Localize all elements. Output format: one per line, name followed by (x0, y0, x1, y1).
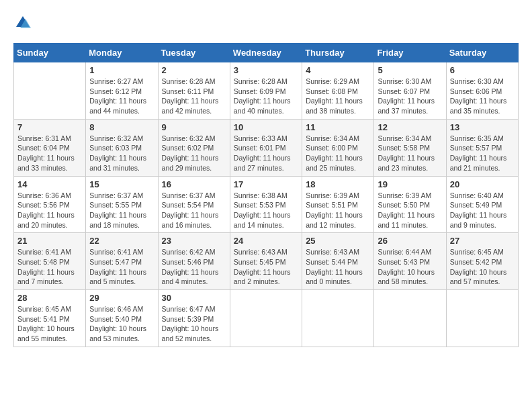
calendar-cell: 18Sunrise: 6:39 AM Sunset: 5:51 PM Dayli… (302, 176, 374, 233)
calendar-cell (14, 62, 86, 120)
day-info: Sunrise: 6:35 AM Sunset: 5:57 PM Dayligh… (450, 134, 515, 173)
day-number: 21 (17, 236, 82, 246)
day-info: Sunrise: 6:44 AM Sunset: 5:43 PM Dayligh… (378, 247, 442, 287)
day-info: Sunrise: 6:41 AM Sunset: 5:47 PM Dayligh… (89, 247, 154, 287)
calendar-cell: 24Sunrise: 6:43 AM Sunset: 5:45 PM Dayli… (230, 233, 302, 290)
day-number: 4 (306, 65, 370, 75)
calendar-cell: 13Sunrise: 6:35 AM Sunset: 5:57 PM Dayli… (446, 119, 518, 176)
day-info: Sunrise: 6:37 AM Sunset: 5:54 PM Dayligh… (162, 191, 226, 230)
day-number: 6 (450, 65, 515, 75)
day-number: 29 (89, 293, 154, 303)
calendar-cell: 19Sunrise: 6:39 AM Sunset: 5:50 PM Dayli… (374, 176, 446, 233)
day-number: 20 (450, 179, 515, 189)
day-info: Sunrise: 6:31 AM Sunset: 6:04 PM Dayligh… (17, 134, 82, 173)
day-number: 23 (162, 236, 226, 246)
logo-icon (13, 13, 32, 32)
day-number: 14 (17, 179, 82, 189)
day-info: Sunrise: 6:32 AM Sunset: 6:03 PM Dayligh… (89, 134, 154, 173)
day-number: 28 (17, 293, 82, 303)
column-header-tuesday: Tuesday (158, 44, 230, 62)
day-number: 17 (234, 179, 298, 189)
column-header-wednesday: Wednesday (230, 44, 302, 62)
calendar-cell: 4Sunrise: 6:29 AM Sunset: 6:08 PM Daylig… (302, 62, 374, 120)
day-info: Sunrise: 6:34 AM Sunset: 5:58 PM Dayligh… (378, 134, 442, 173)
day-number: 15 (89, 179, 154, 189)
calendar-cell: 25Sunrise: 6:43 AM Sunset: 5:44 PM Dayli… (302, 233, 374, 290)
calendar-cell: 21Sunrise: 6:41 AM Sunset: 5:48 PM Dayli… (14, 233, 86, 290)
day-info: Sunrise: 6:46 AM Sunset: 5:40 PM Dayligh… (89, 304, 154, 344)
day-info: Sunrise: 6:41 AM Sunset: 5:48 PM Dayligh… (17, 247, 82, 287)
day-info: Sunrise: 6:45 AM Sunset: 5:42 PM Dayligh… (450, 247, 515, 287)
calendar-cell: 23Sunrise: 6:42 AM Sunset: 5:46 PM Dayli… (158, 233, 230, 290)
day-number: 2 (162, 65, 226, 75)
day-info: Sunrise: 6:30 AM Sunset: 6:07 PM Dayligh… (378, 77, 442, 116)
day-number: 16 (162, 179, 226, 189)
week-row-1: 1Sunrise: 6:27 AM Sunset: 6:12 PM Daylig… (14, 62, 519, 120)
day-number: 27 (450, 236, 515, 246)
calendar-cell (230, 290, 302, 347)
calendar-cell: 11Sunrise: 6:34 AM Sunset: 6:00 PM Dayli… (302, 119, 374, 176)
day-info: Sunrise: 6:27 AM Sunset: 6:12 PM Dayligh… (89, 77, 154, 116)
day-info: Sunrise: 6:37 AM Sunset: 5:55 PM Dayligh… (89, 191, 154, 230)
column-header-friday: Friday (374, 44, 446, 62)
day-number: 7 (17, 122, 82, 132)
calendar-cell: 30Sunrise: 6:47 AM Sunset: 5:39 PM Dayli… (158, 290, 230, 347)
day-info: Sunrise: 6:39 AM Sunset: 5:50 PM Dayligh… (378, 191, 442, 230)
week-row-5: 28Sunrise: 6:45 AM Sunset: 5:41 PM Dayli… (14, 290, 519, 347)
day-info: Sunrise: 6:32 AM Sunset: 6:02 PM Dayligh… (162, 134, 226, 173)
day-info: Sunrise: 6:39 AM Sunset: 5:51 PM Dayligh… (306, 191, 370, 230)
calendar-cell: 15Sunrise: 6:37 AM Sunset: 5:55 PM Dayli… (86, 176, 158, 233)
calendar-cell: 1Sunrise: 6:27 AM Sunset: 6:12 PM Daylig… (86, 62, 158, 120)
day-number: 11 (306, 122, 370, 132)
column-header-sunday: Sunday (14, 44, 86, 62)
day-number: 25 (306, 236, 370, 246)
day-info: Sunrise: 6:47 AM Sunset: 5:39 PM Dayligh… (162, 304, 226, 344)
calendar-cell: 6Sunrise: 6:30 AM Sunset: 6:06 PM Daylig… (446, 62, 518, 120)
page-header (13, 13, 519, 32)
logo (13, 13, 34, 32)
day-number: 22 (89, 236, 154, 246)
day-info: Sunrise: 6:28 AM Sunset: 6:11 PM Dayligh… (162, 77, 226, 116)
day-info: Sunrise: 6:43 AM Sunset: 5:44 PM Dayligh… (306, 247, 370, 287)
day-number: 13 (450, 122, 515, 132)
day-number: 5 (378, 65, 442, 75)
calendar-cell: 7Sunrise: 6:31 AM Sunset: 6:04 PM Daylig… (14, 119, 86, 176)
day-info: Sunrise: 6:33 AM Sunset: 6:01 PM Dayligh… (234, 134, 298, 173)
day-number: 1 (89, 65, 154, 75)
calendar-cell: 8Sunrise: 6:32 AM Sunset: 6:03 PM Daylig… (86, 119, 158, 176)
week-row-2: 7Sunrise: 6:31 AM Sunset: 6:04 PM Daylig… (14, 119, 519, 176)
calendar-cell: 26Sunrise: 6:44 AM Sunset: 5:43 PM Dayli… (374, 233, 446, 290)
calendar-cell: 2Sunrise: 6:28 AM Sunset: 6:11 PM Daylig… (158, 62, 230, 120)
day-info: Sunrise: 6:30 AM Sunset: 6:06 PM Dayligh… (450, 77, 515, 116)
calendar-cell (374, 290, 446, 347)
day-number: 30 (162, 293, 226, 303)
calendar-cell: 5Sunrise: 6:30 AM Sunset: 6:07 PM Daylig… (374, 62, 446, 120)
calendar-cell: 10Sunrise: 6:33 AM Sunset: 6:01 PM Dayli… (230, 119, 302, 176)
calendar-cell: 22Sunrise: 6:41 AM Sunset: 5:47 PM Dayli… (86, 233, 158, 290)
day-info: Sunrise: 6:29 AM Sunset: 6:08 PM Dayligh… (306, 77, 370, 116)
day-number: 26 (378, 236, 442, 246)
day-number: 19 (378, 179, 442, 189)
day-info: Sunrise: 6:42 AM Sunset: 5:46 PM Dayligh… (162, 247, 226, 287)
calendar-table: SundayMondayTuesdayWednesdayThursdayFrid… (13, 43, 519, 347)
calendar-cell: 28Sunrise: 6:45 AM Sunset: 5:41 PM Dayli… (14, 290, 86, 347)
day-info: Sunrise: 6:45 AM Sunset: 5:41 PM Dayligh… (17, 304, 82, 344)
week-row-4: 21Sunrise: 6:41 AM Sunset: 5:48 PM Dayli… (14, 233, 519, 290)
column-header-monday: Monday (86, 44, 158, 62)
column-header-thursday: Thursday (302, 44, 374, 62)
calendar-cell: 27Sunrise: 6:45 AM Sunset: 5:42 PM Dayli… (446, 233, 518, 290)
calendar-cell: 29Sunrise: 6:46 AM Sunset: 5:40 PM Dayli… (86, 290, 158, 347)
calendar-cell: 17Sunrise: 6:38 AM Sunset: 5:53 PM Dayli… (230, 176, 302, 233)
day-number: 9 (162, 122, 226, 132)
day-number: 8 (89, 122, 154, 132)
day-info: Sunrise: 6:43 AM Sunset: 5:45 PM Dayligh… (234, 247, 298, 287)
day-info: Sunrise: 6:38 AM Sunset: 5:53 PM Dayligh… (234, 191, 298, 230)
calendar-cell: 16Sunrise: 6:37 AM Sunset: 5:54 PM Dayli… (158, 176, 230, 233)
day-number: 3 (234, 65, 298, 75)
week-row-3: 14Sunrise: 6:36 AM Sunset: 5:56 PM Dayli… (14, 176, 519, 233)
calendar-cell (446, 290, 518, 347)
day-info: Sunrise: 6:36 AM Sunset: 5:56 PM Dayligh… (17, 191, 82, 230)
day-number: 24 (234, 236, 298, 246)
column-header-saturday: Saturday (446, 44, 518, 62)
day-info: Sunrise: 6:40 AM Sunset: 5:49 PM Dayligh… (450, 191, 515, 230)
